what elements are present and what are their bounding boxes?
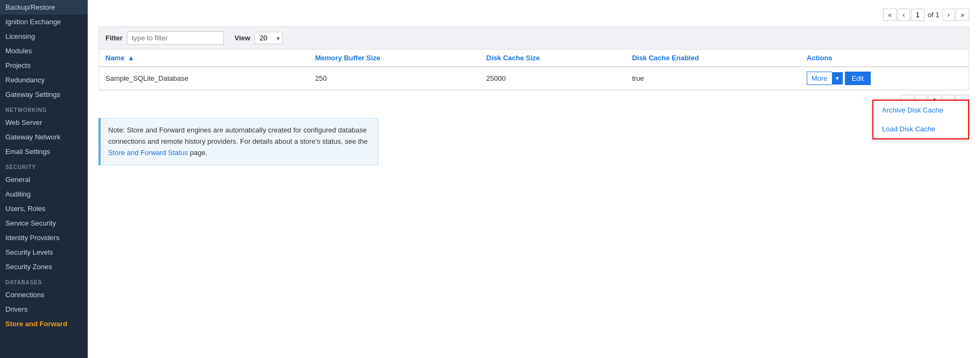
- more-button[interactable]: More: [807, 72, 832, 85]
- note-box: Note: Store and Forward engines are auto…: [98, 118, 378, 165]
- filter-label: Filter: [105, 34, 123, 42]
- filter-bar: Filter View 20 50 100: [99, 27, 969, 50]
- sidebar-item-store-and-forward[interactable]: Store and Forward: [0, 317, 88, 331]
- col-actions: Actions: [800, 50, 969, 67]
- main-content: « ‹ 1 of 1 › » Filter View 20 50 100: [88, 0, 980, 358]
- cell-disk-cache-size: 25000: [480, 67, 626, 90]
- more-dropdown-button[interactable]: ▾: [832, 72, 843, 85]
- sidebar-item-connections[interactable]: Connections: [0, 287, 88, 302]
- col-name[interactable]: Name ▲: [99, 50, 308, 67]
- pagination-page-number: 1: [911, 9, 925, 21]
- sidebar-item-licensing[interactable]: Licensing: [0, 29, 88, 44]
- sidebar-item-backup-restore[interactable]: Backup/Restore: [0, 0, 88, 15]
- sidebar-item-projects[interactable]: Projects: [0, 58, 88, 73]
- view-label: View: [235, 34, 250, 42]
- cell-disk-cache-enabled: true: [625, 67, 800, 90]
- sidebar-item-general[interactable]: General: [0, 172, 88, 187]
- sidebar-item-redundancy[interactable]: Redundancy: [0, 73, 88, 87]
- sidebar-section-security: SECURITY: [0, 159, 88, 172]
- sidebar-item-ignition-exchange[interactable]: Ignition Exchange: [0, 15, 88, 29]
- cell-actions: More ▾ Edit: [800, 67, 969, 90]
- sidebar-section-databases: DATABASES: [0, 274, 88, 287]
- view-select-wrapper: 20 50 100: [255, 32, 283, 44]
- store-forward-status-link[interactable]: Store and Forward Status: [108, 149, 188, 157]
- sidebar: Backup/Restore Ignition Exchange Licensi…: [0, 0, 88, 358]
- sidebar-item-auditing[interactable]: Auditing: [0, 187, 88, 201]
- sidebar-section-networking: NETWORKING: [0, 102, 88, 115]
- col-disk-cache-size[interactable]: Disk Cache Size: [480, 50, 626, 67]
- sidebar-item-security-levels[interactable]: Security Levels: [0, 245, 88, 259]
- sidebar-item-drivers[interactable]: Drivers: [0, 302, 88, 317]
- cell-memory-buffer-size: 250: [308, 67, 480, 90]
- pagination-bottom: « ‹ 1 › »: [98, 95, 969, 107]
- pagination-of-label: of 1: [926, 11, 942, 19]
- pagination-last-button[interactable]: »: [956, 9, 969, 21]
- pagination-first-button[interactable]: «: [883, 9, 897, 21]
- col-disk-cache-enabled[interactable]: Disk Cache Enabled: [625, 50, 800, 67]
- col-memory-buffer-size[interactable]: Memory Buffer Size: [308, 50, 480, 67]
- table-row: Sample_SQLite_Database 250 25000 true Mo…: [99, 67, 969, 90]
- store-forward-table-container: Filter View 20 50 100 Name ▲ Memory Buff…: [98, 26, 969, 90]
- sidebar-item-service-security[interactable]: Service Security: [0, 216, 88, 230]
- sidebar-item-identity-providers[interactable]: Identity Providers: [0, 230, 88, 245]
- pagination-top: « ‹ 1 of 1 › »: [98, 9, 969, 21]
- sidebar-item-gateway-network[interactable]: Gateway Network: [0, 130, 88, 144]
- dropdown-load-disk-cache[interactable]: Load Disk Cache: [873, 120, 968, 138]
- sidebar-item-modules[interactable]: Modules: [0, 44, 88, 58]
- filter-input[interactable]: [127, 31, 224, 45]
- cell-name: Sample_SQLite_Database: [99, 67, 308, 90]
- pagination-prev-button[interactable]: ‹: [898, 9, 910, 21]
- sidebar-item-gateway-settings[interactable]: Gateway Settings: [0, 87, 88, 102]
- view-select[interactable]: 20 50 100: [255, 32, 283, 44]
- more-dropdown-menu: Archive Disk Cache Load Disk Cache: [872, 100, 969, 139]
- edit-button[interactable]: Edit: [845, 72, 871, 85]
- sidebar-item-web-server[interactable]: Web Server: [0, 115, 88, 130]
- sidebar-item-users-roles[interactable]: Users, Roles: [0, 201, 88, 216]
- sidebar-item-email-settings[interactable]: Email Settings: [0, 144, 88, 159]
- data-table: Name ▲ Memory Buffer Size Disk Cache Siz…: [99, 50, 969, 90]
- note-text-before: Note: Store and Forward engines are auto…: [108, 126, 368, 145]
- pagination-next-button[interactable]: ›: [942, 9, 954, 21]
- sidebar-item-security-zones[interactable]: Security Zones: [0, 259, 88, 274]
- dropdown-archive-disk-cache[interactable]: Archive Disk Cache: [873, 101, 968, 120]
- note-text-after: page.: [188, 149, 207, 157]
